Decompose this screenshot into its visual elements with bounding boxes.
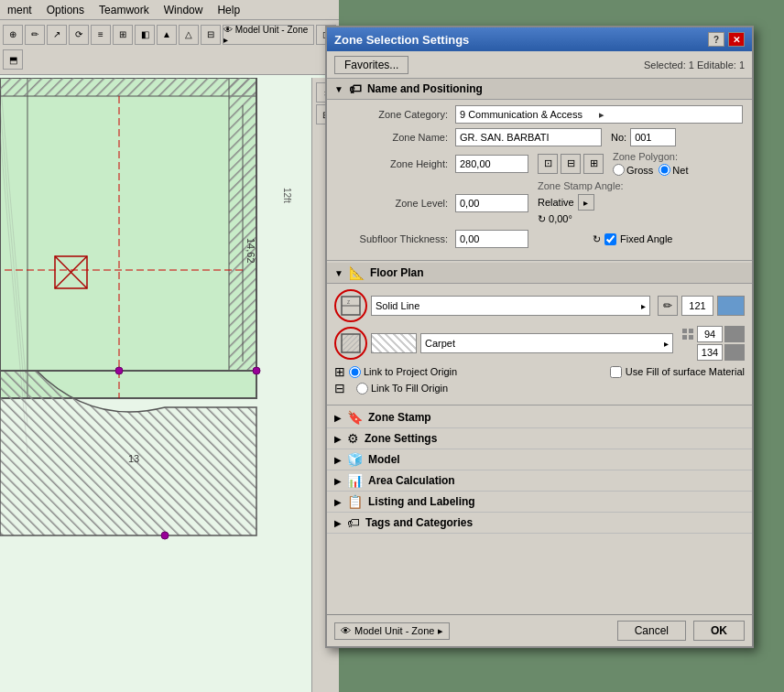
model-label: Model	[368, 453, 400, 466]
area-calc-icon: 📊	[347, 473, 363, 488]
zone-height-label: Zone Height:	[336, 158, 455, 169]
link-origin-icon: ⊞	[334, 364, 345, 379]
zone-category-dropdown[interactable]: 9 Communication & Access ▸	[455, 105, 743, 124]
fixed-angle-icon: ↻	[593, 233, 601, 245]
svg-text:14,62: 14,62	[245, 238, 256, 264]
toolbar-btn-9[interactable]: △	[179, 25, 199, 45]
menu-teamwork[interactable]: Teamwork	[92, 2, 157, 18]
toolbar-btn-2[interactable]: ✏	[25, 25, 45, 45]
zone-level-row: Zone Level: Zone Stamp Angle: Relative ▸…	[336, 180, 743, 225]
link-project-origin[interactable]: Link to Project Origin	[349, 366, 457, 378]
toolbar-btn-12[interactable]: ⬒	[3, 49, 23, 70]
toolbar-btn-7[interactable]: ◧	[135, 25, 155, 45]
zone-height-input[interactable]	[455, 155, 528, 173]
toolbar-btn-3[interactable]: ↗	[47, 25, 67, 45]
zone-name-input[interactable]	[455, 128, 602, 146]
use-fill-check[interactable]: Use Fill of surface Material	[610, 366, 745, 378]
net-radio[interactable]: Net	[659, 164, 688, 176]
svg-text:13: 13	[128, 453, 139, 464]
zone-btn-3[interactable]: ⊞	[583, 154, 604, 174]
no-input[interactable]	[630, 128, 676, 146]
view-arrow-icon: ▸	[438, 625, 443, 637]
subfloor-row: Subfloor Thickness: ↻ Fixed Angle	[336, 230, 743, 248]
svg-rect-5	[0, 78, 256, 96]
toolbar-btn-8[interactable]: ▲	[157, 25, 177, 45]
link-fill-icon: ⊟	[334, 381, 345, 395]
dialog-titlebar: Zone Selection Settings ? ✕	[327, 27, 752, 51]
carpet-numbers: 94 134	[681, 326, 745, 361]
zone-stamp-section[interactable]: ▶ 🔖 Zone Stamp	[327, 407, 752, 428]
area-calculation-section[interactable]: ▶ 📊 Area Calculation	[327, 470, 752, 492]
toolbar-btn-4[interactable]: ⟳	[69, 25, 89, 45]
carpet-icon-button[interactable]	[334, 327, 367, 360]
svg-point-21	[253, 367, 260, 374]
subfloor-input[interactable]	[455, 230, 528, 248]
zone-level-label: Zone Level:	[336, 198, 455, 209]
zone-category-label: Zone Category:	[336, 109, 455, 120]
zone-btn-2[interactable]: ⊟	[561, 154, 581, 174]
gross-radio[interactable]: Gross	[613, 164, 653, 176]
fixed-angle-checkbox[interactable]	[604, 233, 616, 245]
close-button[interactable]: ✕	[728, 32, 745, 47]
use-fill-checkbox[interactable]	[610, 366, 622, 378]
fp-label: Floor Plan	[370, 266, 424, 279]
zone-stamp-arrow: ▶	[334, 413, 342, 423]
name-positioning-header[interactable]: ▼ 🏷 Name and Positioning	[327, 79, 752, 100]
section-separator-1	[327, 260, 752, 261]
favorites-button[interactable]: Favorites...	[334, 56, 408, 74]
menu-ment[interactable]: ment	[0, 2, 39, 18]
floor-plan-header[interactable]: ▼ 📐 Floor Plan	[327, 263, 752, 284]
view-dropdown[interactable]: 👁 Model Unit - Zone ▸	[334, 622, 450, 640]
carpet-color1[interactable]	[724, 326, 745, 342]
bottom-buttons: Cancel OK	[617, 621, 745, 641]
zone-level-input[interactable]	[455, 194, 528, 212]
toolbar-btn-6[interactable]: ⊞	[113, 25, 133, 45]
zone-selection-dialog: Zone Selection Settings ? ✕ Favorites...…	[325, 26, 754, 648]
relative-arrow-icon[interactable]: ▸	[578, 194, 594, 211]
line-color-swatch[interactable]	[717, 296, 745, 316]
model-unit-zone[interactable]: 👁 Model Unit - Zone ▸	[223, 25, 314, 45]
use-fill-label: Use Fill of surface Material	[626, 366, 745, 377]
menu-window[interactable]: Window	[157, 2, 211, 18]
zone-line-icon: Z	[340, 295, 362, 317]
zone-settings-label: Zone Settings	[365, 432, 437, 445]
np-label: Name and Positioning	[367, 82, 483, 95]
svg-rect-29	[689, 329, 693, 333]
fill-dots-icon	[681, 327, 695, 341]
cancel-button[interactable]: Cancel	[617, 621, 686, 641]
toolbar-btn-5[interactable]: ≡	[91, 25, 111, 45]
angle-value-display: ↻ 0,00°	[538, 213, 624, 225]
toolbar-btn-1[interactable]: ⊕	[3, 25, 23, 45]
toolbar-btn-10[interactable]: ⊟	[201, 25, 221, 45]
help-button[interactable]: ?	[708, 32, 724, 47]
ok-button[interactable]: OK	[693, 621, 745, 641]
dropdown-arrow-icon: ▸	[599, 109, 738, 121]
zone-polygon-label: Zone Polygon:	[613, 151, 688, 162]
floor-plan-body: Z Solid Line ▸ ✏ 121	[327, 284, 752, 403]
tags-label: Tags and Categories	[365, 516, 473, 529]
menu-options[interactable]: Options	[39, 2, 92, 18]
zone-stamp-icon: 🔖	[347, 410, 363, 425]
area-calc-label: Area Calculation	[368, 474, 455, 487]
zone-btn-1[interactable]: ⊡	[538, 154, 558, 174]
svg-point-20	[115, 367, 123, 374]
carpet-arrow-icon: ▸	[664, 339, 669, 349]
carpet-dropdown[interactable]: Carpet ▸	[420, 333, 673, 353]
menu-help[interactable]: Help	[210, 2, 247, 18]
zone-settings-section[interactable]: ▶ ⚙ Zone Settings	[327, 428, 752, 449]
view-icon: 👁	[341, 625, 351, 636]
solid-line-dropdown[interactable]: Solid Line ▸	[371, 296, 650, 316]
stamp-angle-label: Zone Stamp Angle:	[538, 180, 624, 191]
solid-line-icon-button[interactable]: Z	[334, 289, 367, 322]
link-fill-origin[interactable]: Link To Fill Origin	[356, 383, 448, 395]
listing-labeling-section[interactable]: ▶ 📋 Listing and Labeling	[327, 492, 752, 513]
tags-categories-section[interactable]: ▶ 🏷 Tags and Categories	[327, 513, 752, 534]
relative-label: Relative	[538, 197, 574, 208]
svg-rect-0	[0, 78, 256, 398]
carpet-color2[interactable]	[724, 344, 745, 361]
svg-rect-31	[689, 335, 693, 340]
svg-rect-28	[682, 329, 687, 333]
model-section[interactable]: ▶ 🧊 Model	[327, 449, 752, 470]
pen-icon-btn[interactable]: ✏	[658, 296, 678, 316]
svg-point-22	[161, 532, 169, 539]
